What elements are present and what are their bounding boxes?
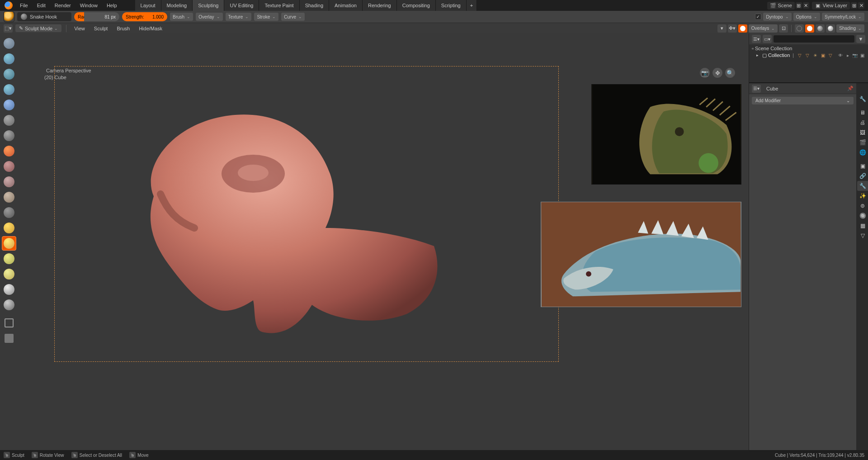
prop-tab-modifier[interactable]: 🔧 (857, 181, 868, 191)
outliner-filter-icon[interactable]: ▼ (856, 35, 865, 43)
active-tool-icon[interactable] (4, 11, 14, 22)
dyntopo-checkbox[interactable] (755, 14, 761, 20)
overlay-dropdown[interactable]: Overlay (196, 13, 222, 21)
shading-rendered-icon[interactable] (826, 24, 835, 33)
stroke-dropdown[interactable]: Stroke (254, 13, 278, 21)
brush-selector[interactable]: Snake Hook (17, 12, 71, 21)
prop-tab-material[interactable]: 🔘 (857, 211, 868, 221)
outliner-scene-collection[interactable]: ▫ Scene Collection (751, 45, 866, 52)
view-object-types-icon[interactable]: ▾ (717, 24, 726, 33)
tool-crease[interactable] (2, 128, 16, 143)
prop-tab-output[interactable]: 🖨 (857, 118, 868, 128)
texture-dropdown[interactable]: Texture (226, 13, 252, 21)
shading-wireframe-icon[interactable] (795, 24, 804, 33)
strength-slider[interactable]: Strength:1.000 (122, 12, 167, 21)
tab-layout[interactable]: Layout (135, 0, 161, 11)
prop-tab-scene[interactable]: 🎬 (857, 138, 868, 147)
tool-layer[interactable] (2, 82, 16, 97)
tab-animation[interactable]: Animation (329, 0, 363, 11)
tool-box-mask[interactable] (2, 316, 16, 330)
visibility-icon[interactable]: 👁 (837, 52, 844, 58)
tool-clay[interactable] (2, 52, 16, 66)
holdout-icon[interactable]: ▣ (859, 52, 865, 58)
tool-grab[interactable] (2, 221, 16, 235)
brush-dropdown[interactable]: Brush (170, 13, 193, 21)
tab-compositing[interactable]: Compositing (397, 0, 436, 11)
pin-icon[interactable]: 📌 (847, 85, 854, 91)
prop-tab-physics[interactable]: ⊚ (857, 201, 868, 211)
tool-thumb[interactable] (2, 251, 16, 266)
tool-smooth[interactable] (2, 144, 16, 158)
xray-toggle-icon[interactable]: ⊡ (779, 24, 788, 33)
tool-fill[interactable] (2, 175, 16, 189)
outliner-search[interactable] (774, 35, 854, 43)
tool-nudge[interactable] (2, 267, 16, 281)
tool-pinch[interactable] (2, 205, 16, 220)
nav-zoom-icon[interactable]: 🔍 (725, 68, 735, 78)
outliner-editor-icon[interactable]: ☰▾ (752, 35, 761, 43)
gizmo-toggle-icon[interactable]: ✥▾ (728, 24, 737, 33)
reference-image-2[interactable] (541, 202, 741, 307)
shading-dropdown[interactable]: Shading (836, 24, 864, 33)
prop-tab-particle[interactable]: ✨ (857, 191, 868, 201)
prop-tab-constraint[interactable]: 🔗 (857, 171, 868, 181)
radius-slider[interactable]: Radius: 81 px (74, 12, 119, 21)
prop-tab-object[interactable]: ▣ (857, 161, 868, 171)
menu-help[interactable]: Help (102, 1, 122, 9)
tool-inflate[interactable] (2, 98, 16, 112)
editor-type-icon[interactable]: ⬚▾ (4, 24, 13, 33)
tab-add[interactable]: + (467, 0, 477, 11)
reference-image-1[interactable] (591, 84, 741, 185)
menu-hidemask[interactable]: Hide/Mask (136, 24, 165, 33)
tool-box-hide[interactable] (2, 331, 16, 346)
expand-icon[interactable]: ▸ (756, 53, 761, 57)
tool-snake-hook[interactable] (2, 236, 16, 251)
overlays-toggle-icon[interactable] (738, 24, 747, 33)
tool-clay-strips[interactable] (2, 67, 16, 81)
prop-tab-tool[interactable]: 🔧 (857, 94, 868, 104)
shading-lookdev-icon[interactable] (816, 24, 825, 33)
tool-draw[interactable] (2, 36, 16, 51)
options-dropdown[interactable]: Options (793, 13, 820, 21)
tool-scrape[interactable] (2, 190, 16, 204)
selectable-icon[interactable]: ▸ (844, 52, 851, 58)
mode-selector[interactable]: ✎ Sculpt Mode ⌄ (15, 24, 61, 32)
layer-delete-icon[interactable]: ✕ (858, 2, 864, 9)
scene-selector[interactable]: 🎬 Scene (767, 2, 795, 9)
tab-uv-editing[interactable]: UV Editing (224, 0, 259, 11)
shading-solid-icon[interactable] (805, 24, 814, 33)
symmetry-dropdown[interactable]: Symmetry/Lock (822, 13, 864, 21)
prop-tab-viewlayer[interactable]: 🖼 (857, 128, 868, 138)
tab-texture-paint[interactable]: Texture Paint (259, 0, 299, 11)
properties-editor-icon[interactable]: ☰▾ (752, 85, 761, 93)
tab-sculpting[interactable]: Sculpting (193, 0, 224, 11)
tool-rotate[interactable] (2, 282, 16, 297)
outliner-collection[interactable]: ▸ ▢ Collection | ▽ ▽ ☀ ▣ ▽ 👁 ▸ 📷 (751, 52, 866, 59)
menu-edit[interactable]: Edit (33, 1, 50, 9)
menu-view[interactable]: View (71, 24, 88, 33)
nav-pan-icon[interactable]: ✥ (712, 68, 722, 78)
curve-dropdown[interactable]: Curve (281, 13, 305, 21)
viewport-3d[interactable]: Camera Perspective (20) Cube (18, 33, 749, 450)
overlays-dropdown[interactable]: Overlays (749, 24, 778, 33)
scene-browse-icon[interactable]: ⊞ (796, 2, 802, 9)
menu-brush[interactable]: Brush (113, 24, 133, 33)
menu-render[interactable]: Render (50, 1, 75, 9)
tab-modeling[interactable]: Modeling (161, 0, 193, 11)
menu-sculpt[interactable]: Sculpt (91, 24, 111, 33)
dyntopo-dropdown[interactable]: Dyntopo (763, 13, 791, 21)
add-modifier-button[interactable]: Add Modifier ⌄ (752, 97, 854, 104)
menu-window[interactable]: Window (75, 1, 102, 9)
prop-tab-texture[interactable]: ▦ (857, 221, 868, 231)
tab-rendering[interactable]: Rendering (363, 0, 397, 11)
tool-flatten[interactable] (2, 159, 16, 174)
tab-scripting[interactable]: Scripting (436, 0, 467, 11)
layer-browse-icon[interactable]: ⊞ (851, 2, 857, 9)
outliner-display-icon[interactable]: ▭▾ (763, 35, 772, 43)
nav-camera-icon[interactable]: 📷 (700, 68, 710, 78)
viewlayer-selector[interactable]: ▣ View Layer (812, 2, 850, 9)
scene-delete-icon[interactable]: ✕ (803, 2, 809, 9)
tab-shading[interactable]: Shading (300, 0, 329, 11)
menu-file[interactable]: File (15, 1, 33, 9)
tool-blob[interactable] (2, 113, 16, 128)
